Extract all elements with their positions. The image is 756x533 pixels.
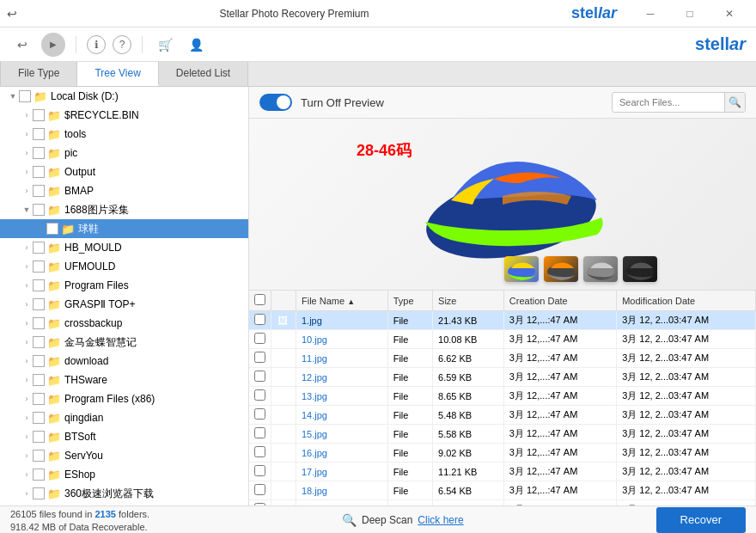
row-name-cell[interactable]: 12.jpg: [296, 368, 388, 387]
tree-item-download[interactable]: ›📁download: [0, 352, 248, 371]
checkbox-hb-mould[interactable]: [33, 242, 45, 254]
tree-item-thsware[interactable]: ›📁THSware: [0, 371, 248, 389]
tree-item-hb-mould[interactable]: ›📁HB_MOULD: [0, 238, 248, 257]
tree-item-lost-folders[interactable]: ›📁Lost Folders: [0, 503, 248, 505]
row-checkbox[interactable]: [254, 389, 265, 401]
col-type[interactable]: Type: [387, 291, 432, 311]
help-icon[interactable]: ?: [113, 35, 131, 54]
row-name-cell[interactable]: 13.jpg: [296, 387, 388, 406]
col-check[interactable]: [249, 291, 271, 311]
tree-item-program-files[interactable]: ›📁Program Files: [0, 276, 248, 295]
tree-item-eshop[interactable]: ›📁EShop: [0, 465, 248, 484]
row-checkbox-cell[interactable]: [249, 311, 271, 330]
preview-toggle[interactable]: [259, 94, 292, 111]
checkbox-jmjd[interactable]: [33, 336, 45, 348]
checkbox-qiuxie[interactable]: [46, 223, 58, 235]
row-name-cell[interactable]: 15.jpg: [296, 425, 388, 444]
col-modification[interactable]: Modification Date: [617, 291, 756, 311]
checkbox-bmap[interactable]: [33, 185, 45, 197]
click-here-link[interactable]: Click here: [418, 514, 463, 526]
checkbox-1688[interactable]: [33, 204, 45, 216]
tree-item-program-files-x86[interactable]: ›📁Program Files (x86): [0, 389, 248, 408]
tree-item-qiuxie[interactable]: ›📁球鞋: [0, 219, 248, 238]
checkbox-360[interactable]: [33, 487, 45, 499]
checkbox-btsoft[interactable]: [33, 431, 45, 443]
table-row[interactable]: 🖼11.jpgFile6.62 KB3月 12,...:47 AM3月 12, …: [249, 349, 756, 368]
tree-item-tools[interactable]: ›📁tools: [0, 125, 248, 144]
cart-icon[interactable]: 🛒: [153, 33, 177, 57]
checkbox-download[interactable]: [33, 355, 45, 367]
row-checkbox[interactable]: [254, 333, 265, 344]
row-checkbox-cell[interactable]: [249, 387, 271, 406]
row-name-cell[interactable]: 17.jpg: [296, 463, 388, 481]
row-name-cell[interactable]: 18.jpg: [296, 481, 388, 500]
minimize-button[interactable]: ─: [631, 0, 670, 28]
tree-item-local-disk[interactable]: ▼📁Local Disk (D:): [0, 87, 248, 106]
tab-deleted-list[interactable]: Deleted List: [159, 62, 248, 86]
row-checkbox[interactable]: [254, 446, 265, 457]
tree-item-output[interactable]: ›📁Output: [0, 162, 248, 181]
select-all-checkbox[interactable]: [254, 294, 265, 305]
table-row[interactable]: 🖼14.jpgFile5.48 KB3月 12,...:47 AM3月 12, …: [249, 406, 756, 425]
row-checkbox-cell[interactable]: [249, 425, 271, 444]
tree-item-recycle-bin[interactable]: ›📁$RECYCLE.BIN: [0, 106, 248, 125]
checkbox-crossbackup[interactable]: [33, 317, 45, 329]
checkbox-recycle-bin[interactable]: [33, 109, 45, 121]
tree-item-crossbackup[interactable]: ›📁crossbackup: [0, 314, 248, 333]
col-filename[interactable]: File Name ▲: [296, 291, 388, 311]
checkbox-grasp[interactable]: [33, 298, 45, 310]
col-size[interactable]: Size: [433, 291, 504, 311]
checkbox-qingdian[interactable]: [33, 412, 45, 424]
row-checkbox[interactable]: [254, 371, 265, 382]
table-row[interactable]: 🖼15.jpgFile5.58 KB3月 12,...:47 AM3月 12, …: [249, 425, 756, 444]
tree-item-1688[interactable]: ▼📁1688图片采集: [0, 200, 248, 219]
search-input[interactable]: [613, 97, 724, 107]
checkbox-ufmould[interactable]: [33, 260, 45, 273]
row-checkbox[interactable]: [254, 503, 265, 505]
row-checkbox-cell[interactable]: [249, 406, 271, 425]
recover-button[interactable]: Recover: [656, 507, 746, 533]
close-button[interactable]: ✕: [710, 0, 749, 28]
back-icon[interactable]: ↩: [7, 7, 17, 21]
tree-item-grasp[interactable]: ›📁GRASPⅡ TOP+: [0, 295, 248, 314]
table-row[interactable]: 🖼19.jpgFile6.77 KB3月 12,...:47 AM3月 12, …: [249, 500, 756, 506]
row-checkbox-cell[interactable]: [249, 368, 271, 387]
row-checkbox[interactable]: [254, 314, 265, 325]
tab-file-type[interactable]: File Type: [0, 62, 77, 86]
checkbox-thsware[interactable]: [33, 374, 45, 386]
search-button[interactable]: 🔍: [724, 92, 745, 113]
row-name-cell[interactable]: 10.jpg: [296, 330, 388, 349]
table-row[interactable]: 🖼10.jpgFile10.08 KB3月 12,...:47 AM3月 12,…: [249, 330, 756, 349]
user-icon[interactable]: 👤: [184, 33, 208, 57]
tree-item-jmjd[interactable]: ›📁金马金蝶智慧记: [0, 333, 248, 352]
checkbox-program-files-x86[interactable]: [33, 393, 45, 405]
back-toolbar-icon[interactable]: ↩: [10, 33, 34, 57]
row-checkbox[interactable]: [254, 352, 265, 363]
row-checkbox-cell[interactable]: [249, 330, 271, 349]
row-checkbox-cell[interactable]: [249, 463, 271, 481]
row-checkbox-cell[interactable]: [249, 481, 271, 500]
tree-item-pic[interactable]: ›📁pic: [0, 144, 248, 162]
checkbox-output[interactable]: [33, 166, 45, 178]
tree-item-360[interactable]: ›📁360极速浏览器下载: [0, 484, 248, 503]
checkbox-pic[interactable]: [33, 147, 45, 159]
table-row[interactable]: 🖼13.jpgFile8.65 KB3月 12,...:47 AM3月 12, …: [249, 387, 756, 406]
row-name-cell[interactable]: 16.jpg: [296, 444, 388, 463]
row-checkbox[interactable]: [254, 427, 265, 438]
row-checkbox[interactable]: [254, 465, 265, 476]
row-name-cell[interactable]: 11.jpg: [296, 349, 388, 368]
checkbox-local-disk[interactable]: [19, 90, 31, 102]
info-icon[interactable]: ℹ: [87, 35, 106, 54]
row-name-cell[interactable]: 19.jpg: [296, 500, 388, 506]
checkbox-eshop[interactable]: [33, 469, 45, 481]
table-row[interactable]: 🖼1.jpgFile21.43 KB3月 12,...:47 AM3月 12, …: [249, 311, 756, 330]
checkbox-program-files[interactable]: [33, 279, 45, 291]
row-checkbox-cell[interactable]: [249, 349, 271, 368]
row-checkbox-cell[interactable]: [249, 500, 271, 506]
play-toolbar-icon[interactable]: ▶: [41, 33, 65, 57]
row-name-cell[interactable]: 14.jpg: [296, 406, 388, 425]
row-checkbox[interactable]: [254, 408, 265, 420]
row-checkbox-cell[interactable]: [249, 444, 271, 463]
tree-item-bmap[interactable]: ›📁BMAP: [0, 181, 248, 200]
checkbox-servyou[interactable]: [33, 450, 45, 462]
